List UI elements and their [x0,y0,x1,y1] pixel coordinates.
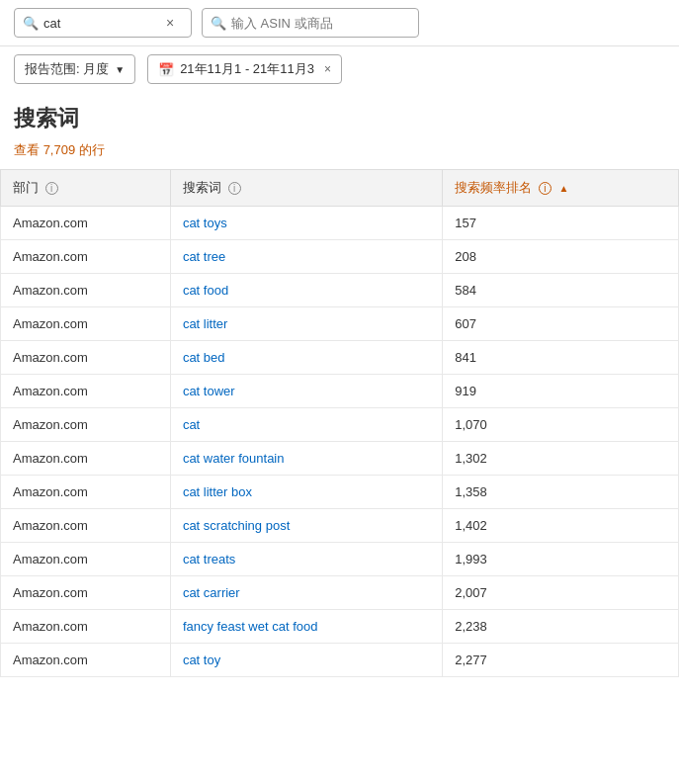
table-row: Amazon.comcat food584 [1,274,679,307]
search-input-box[interactable]: 🔍 × [14,8,192,38]
cell-rank: 1,402 [443,509,679,543]
asin-input-box[interactable]: 🔍 [202,8,419,38]
asin-input[interactable] [231,16,409,31]
cell-rank: 1,358 [443,476,679,509]
search-term-link[interactable]: cat bed [183,350,225,365]
row-count: 查看 7,709 的行 [0,137,679,169]
cell-search-term[interactable]: cat bed [170,341,442,375]
row-count-number: 7,709 [43,142,76,157]
date-close-icon[interactable]: × [324,62,331,76]
search-input[interactable] [43,16,162,31]
cell-rank: 2,238 [443,610,679,644]
cell-search-term[interactable]: cat food [170,274,442,307]
cell-rank: 1,993 [443,543,679,576]
cell-search-term[interactable]: cat litter box [170,476,442,509]
search-term-link[interactable]: cat food [183,283,228,298]
cell-rank: 157 [443,207,679,240]
cell-dept: Amazon.com [1,307,171,341]
col-term-label: 搜索词 [183,180,221,195]
cell-search-term[interactable]: cat toys [170,207,442,240]
top-bar: 🔍 × 🔍 [0,0,679,46]
cell-dept: Amazon.com [1,509,171,543]
table-row: Amazon.comcat litter607 [1,307,679,341]
table-header-row: 部门 i 搜索词 i 搜索频率排名 i ▲ [1,170,679,207]
clear-icon[interactable]: × [166,15,174,31]
search-term-link[interactable]: cat tower [183,384,235,398]
cell-search-term[interactable]: cat tree [170,240,442,274]
col-term-info-icon[interactable]: i [228,182,241,195]
calendar-icon: 📅 [158,62,174,77]
search-term-link[interactable]: cat treats [183,552,235,566]
cell-dept: Amazon.com [1,576,171,610]
cell-rank: 607 [443,307,679,341]
table-row: Amazon.comcat scratching post1,402 [1,509,679,543]
col-term: 搜索词 i [170,170,442,207]
search-term-link[interactable]: cat [183,417,200,432]
cell-search-term[interactable]: cat treats [170,543,442,576]
table-row: Amazon.comcat1,070 [1,408,679,442]
cell-search-term[interactable]: cat carrier [170,576,442,610]
table-row: Amazon.comfancy feast wet cat food2,238 [1,610,679,644]
table-row: Amazon.comcat toys157 [1,207,679,240]
cell-search-term[interactable]: cat water fountain [170,442,442,476]
cell-search-term[interactable]: cat scratching post [170,509,442,543]
filter-row: 报告范围: 月度 ▼ 📅 21年11月1 - 21年11月3 × [0,46,679,92]
cell-dept: Amazon.com [1,240,171,274]
table-row: Amazon.comcat water fountain1,302 [1,442,679,476]
col-rank-sort-icon: ▲ [558,183,568,194]
search-term-link[interactable]: cat tree [183,249,225,264]
cell-search-term[interactable]: cat tower [170,375,442,408]
table-row: Amazon.comcat litter box1,358 [1,476,679,509]
cell-dept: Amazon.com [1,274,171,307]
table-row: Amazon.comcat tower919 [1,375,679,408]
asin-search-icon: 🔍 [211,16,226,31]
cell-rank: 1,070 [443,408,679,442]
table-row: Amazon.comcat treats1,993 [1,543,679,576]
cell-rank: 1,302 [443,442,679,476]
cell-dept: Amazon.com [1,543,171,576]
date-range-label: 21年11月1 - 21年11月3 [180,60,314,78]
col-dept-info-icon[interactable]: i [45,182,58,195]
col-rank[interactable]: 搜索频率排名 i ▲ [443,170,679,207]
search-term-link[interactable]: cat toys [183,216,227,230]
page-title: 搜索词 [0,92,679,137]
cell-rank: 841 [443,341,679,375]
cell-search-term[interactable]: cat [170,408,442,442]
cell-rank: 208 [443,240,679,274]
col-dept: 部门 i [1,170,171,207]
search-term-link[interactable]: cat toy [183,653,220,667]
search-term-link[interactable]: cat water fountain [183,451,285,466]
cell-dept: Amazon.com [1,476,171,509]
search-term-link[interactable]: fancy feast wet cat food [183,619,318,634]
report-select[interactable]: 报告范围: 月度 ▼ [14,54,135,84]
col-rank-label: 搜索频率排名 [455,180,532,195]
date-range-picker[interactable]: 📅 21年11月1 - 21年11月3 × [147,54,342,84]
search-term-link[interactable]: cat scratching post [183,518,290,533]
col-rank-info-icon[interactable]: i [539,182,552,195]
cell-dept: Amazon.com [1,341,171,375]
table-row: Amazon.comcat carrier2,007 [1,576,679,610]
cell-dept: Amazon.com [1,610,171,644]
cell-dept: Amazon.com [1,644,171,677]
col-dept-label: 部门 [13,180,39,195]
cell-rank: 919 [443,375,679,408]
table-row: Amazon.comcat tree208 [1,240,679,274]
cell-dept: Amazon.com [1,207,171,240]
report-label: 报告范围: 月度 [25,60,109,78]
dropdown-arrow-icon: ▼ [115,64,125,75]
cell-rank: 2,007 [443,576,679,610]
table-row: Amazon.comcat toy2,277 [1,644,679,677]
search-term-link[interactable]: cat carrier [183,585,240,600]
cell-search-term[interactable]: cat litter [170,307,442,341]
cell-dept: Amazon.com [1,375,171,408]
search-term-link[interactable]: cat litter box [183,484,252,499]
cell-rank: 2,277 [443,644,679,677]
search-term-link[interactable]: cat litter [183,316,228,331]
cell-rank: 584 [443,274,679,307]
cell-search-term[interactable]: fancy feast wet cat food [170,610,442,644]
cell-search-term[interactable]: cat toy [170,644,442,677]
search-terms-table: 部门 i 搜索词 i 搜索频率排名 i ▲ Amazon.comcat toys… [0,169,679,677]
row-count-prefix: 查看 [14,142,43,157]
search-icon: 🔍 [23,16,39,31]
table-row: Amazon.comcat bed841 [1,341,679,375]
